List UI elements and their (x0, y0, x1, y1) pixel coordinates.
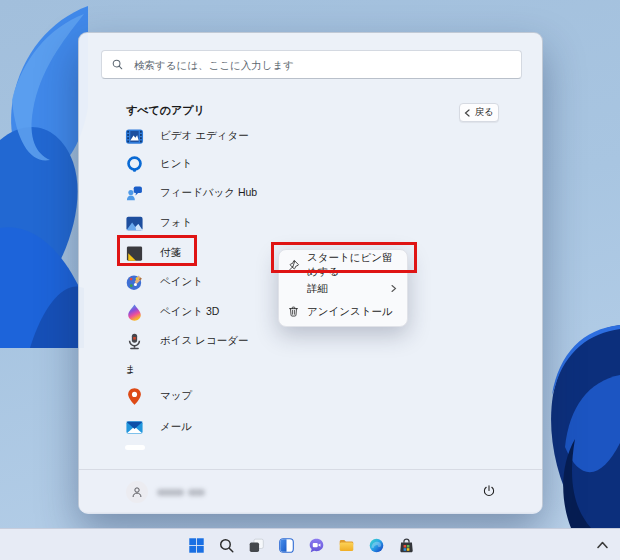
edge-icon (368, 537, 385, 554)
task-view-button[interactable] (246, 535, 266, 555)
widgets-button[interactable] (276, 535, 296, 555)
voice-recorder-icon (125, 332, 144, 351)
edge-button[interactable] (366, 535, 386, 555)
start-button[interactable] (186, 535, 206, 555)
menu-item-label: スタートにピン留めする (307, 251, 397, 279)
photos-icon (125, 214, 144, 233)
sticky-notes-icon (125, 244, 144, 263)
menu-item-more[interactable]: 詳細 (279, 277, 407, 300)
app-item-paint-3d[interactable]: ペイント 3D (125, 299, 219, 325)
show-hidden-icons-button[interactable] (594, 537, 612, 553)
tips-icon (125, 155, 144, 174)
video-editor-icon (125, 127, 144, 146)
paint-3d-icon (125, 303, 144, 322)
menu-item-pin-to-start[interactable]: スタートにピン留めする (279, 253, 407, 277)
app-label: メール (160, 420, 192, 434)
app-label: ビデオ エディター (160, 129, 249, 143)
search-icon (218, 537, 235, 554)
app-label: ヒント (160, 157, 192, 171)
chat-button[interactable] (306, 535, 326, 555)
taskbar-icons (186, 529, 416, 560)
app-item-video-editor[interactable]: ビデオ エディター (125, 123, 249, 149)
partially-scrolled-item (125, 445, 145, 450)
app-label: フィードバック Hub (160, 186, 257, 200)
paint-icon (125, 273, 144, 292)
app-item-photos[interactable]: フォト (125, 210, 192, 236)
widgets-icon (278, 537, 295, 554)
wallpaper-bloom-left (0, 0, 90, 348)
windows-start-icon (188, 537, 205, 554)
store-button[interactable] (396, 535, 416, 555)
pin-icon (287, 259, 300, 272)
app-label: ペイント 3D (160, 305, 219, 319)
menu-item-label: アンインストール (307, 305, 397, 319)
trash-icon (287, 305, 300, 318)
desktop: すべてのアプリ 戻る ビデ (0, 0, 620, 560)
app-item-sticky-notes[interactable]: 付箋 (125, 240, 181, 266)
app-item-voice-recorder[interactable]: ボイス レコーダー (125, 328, 248, 354)
avatar (126, 481, 148, 503)
power-button[interactable] (478, 480, 500, 502)
section-letter-label: ま (125, 363, 136, 377)
power-icon (482, 484, 496, 498)
app-label: ボイス レコーダー (160, 334, 248, 348)
app-label: フォト (160, 216, 192, 230)
menu-item-label: 詳細 (307, 282, 383, 296)
person-icon (130, 485, 144, 499)
task-view-icon (248, 537, 265, 554)
app-label: 付箋 (160, 246, 181, 260)
user-name-redacted (157, 489, 205, 496)
chat-icon (308, 537, 325, 554)
start-menu-footer (79, 469, 542, 514)
feedback-hub-icon (125, 184, 144, 203)
app-label: ペイント (160, 275, 203, 289)
file-explorer-button[interactable] (336, 535, 356, 555)
file-explorer-icon (338, 537, 355, 554)
app-item-feedback-hub[interactable]: フィードバック Hub (125, 180, 257, 206)
store-icon (398, 537, 415, 554)
menu-item-uninstall[interactable]: アンインストール (279, 300, 407, 323)
mail-icon (125, 418, 144, 437)
app-item-maps[interactable]: マップ (125, 383, 192, 409)
chevron-up-icon (596, 540, 609, 550)
wallpaper-bloom-right (545, 325, 620, 528)
maps-icon (125, 387, 144, 406)
chevron-right-icon (390, 284, 397, 293)
app-item-tips[interactable]: ヒント (125, 151, 192, 177)
taskbar-search-button[interactable] (216, 535, 236, 555)
taskbar (0, 528, 620, 560)
user-account-button[interactable] (126, 481, 205, 503)
context-menu: スタートにピン留めする 詳細 アンインストール (278, 249, 408, 327)
app-item-paint[interactable]: ペイント (125, 269, 203, 295)
app-label: マップ (160, 389, 192, 403)
section-letter-ma[interactable]: ま (125, 360, 136, 380)
app-item-mail[interactable]: メール (125, 414, 192, 440)
